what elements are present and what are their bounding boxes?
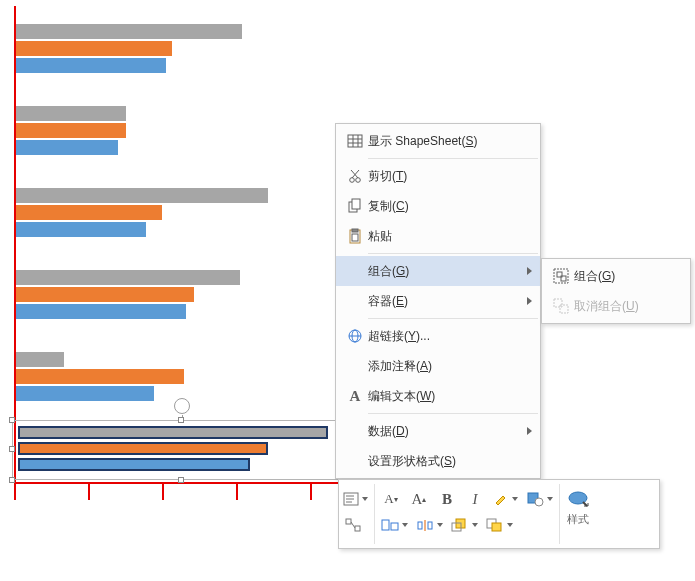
bar[interactable] [16,58,166,73]
font-grow-button[interactable]: A▴ [409,488,429,510]
bar[interactable] [16,222,146,237]
menu-item-label: 复制(C) [368,198,520,215]
svg-line-28 [351,522,355,528]
bar[interactable] [16,369,184,384]
align-button[interactable] [381,514,408,536]
paste-icon [342,226,368,246]
rotate-handle-icon[interactable] [174,398,190,414]
bar-group[interactable] [16,270,240,321]
bar[interactable] [16,287,194,302]
bring-front-button[interactable] [451,514,478,536]
context-menu: 显示 ShapeSheet(S)剪切(T)复制(C)粘贴组合(G)容器(E)超链… [335,123,541,479]
menu-item-label: 剪切(T) [368,168,520,185]
highlight-button[interactable] [493,488,518,510]
italic-button[interactable]: I [465,488,485,510]
bar[interactable] [16,270,240,285]
svg-point-6 [356,178,361,183]
bar[interactable] [16,123,126,138]
format-shape-button[interactable] [566,488,590,510]
bar-group[interactable] [16,352,184,403]
send-back-button[interactable] [486,514,513,536]
submenu-arrow-icon [527,427,532,435]
menu-item[interactable]: 超链接(Y)... [336,321,540,351]
shape-fill-button[interactable] [526,488,553,510]
svg-rect-27 [355,526,360,531]
link-icon [342,326,368,346]
svg-rect-39 [492,523,501,531]
menu-item-label: 显示 ShapeSheet(S) [368,133,520,150]
group-icon [548,266,574,286]
bar[interactable] [16,205,162,220]
resize-handle[interactable] [178,417,184,423]
font-shrink-button[interactable]: A▾ [381,488,401,510]
svg-rect-32 [391,523,398,530]
x-tick [310,482,312,500]
menu-item[interactable]: 添加注释(A) [336,351,540,381]
menu-item[interactable]: 数据(D) [336,416,540,446]
svg-point-5 [350,178,355,183]
bar[interactable] [16,41,172,56]
menu-item[interactable]: 复制(C) [336,191,540,221]
bar-group[interactable] [16,24,242,75]
bar[interactable] [16,386,154,401]
no-icon [342,261,368,281]
selected-bar[interactable] [18,458,250,471]
selected-bar[interactable] [18,426,328,439]
no-icon [342,356,368,376]
mini-toolbar: A▾ A▴ B I 样式 [338,479,660,549]
svg-line-8 [351,170,358,178]
menu-item-label: 数据(D) [368,423,520,440]
bar[interactable] [16,188,268,203]
menu-item[interactable]: 粘贴 [336,221,540,251]
resize-handle[interactable] [9,477,15,483]
bar-group[interactable] [16,106,126,157]
svg-rect-13 [352,234,358,241]
menu-item-label: 添加注释(A) [368,358,520,375]
cut-icon [342,166,368,186]
submenu-arrow-icon [527,297,532,305]
group-submenu: 组合(G)取消组合(U) [541,258,691,324]
ungroup-icon [548,296,574,316]
menu-item[interactable]: 显示 ShapeSheet(S) [336,126,540,156]
bar-group[interactable] [16,188,268,239]
bar[interactable] [16,106,126,121]
svg-rect-12 [352,229,358,232]
separator [368,318,538,319]
menu-item[interactable]: 剪切(T) [336,161,540,191]
menu-item[interactable]: A编辑文本(W) [336,381,540,411]
no-icon [342,451,368,471]
svg-rect-31 [382,520,389,530]
connector-button[interactable] [343,514,363,536]
menu-item: 取消组合(U) [542,291,690,321]
menu-item-label: 取消组合(U) [574,298,670,315]
menu-item-label: 组合(G) [574,268,670,285]
svg-rect-20 [554,299,562,307]
style-picker-button[interactable] [343,488,368,510]
menu-item[interactable]: 容器(E) [336,286,540,316]
bold-button[interactable]: B [437,488,457,510]
menu-item[interactable]: 组合(G) [336,256,540,286]
svg-rect-34 [428,522,432,529]
x-tick [236,482,238,500]
x-tick [88,482,90,500]
selected-bars[interactable] [18,426,346,474]
resize-handle[interactable] [178,477,184,483]
selection-box[interactable] [12,420,352,480]
distribute-button[interactable] [416,514,443,536]
menu-item-label: 容器(E) [368,293,520,310]
bar[interactable] [16,352,64,367]
menu-item[interactable]: 设置形状格式(S) [336,446,540,476]
bar[interactable] [16,304,186,319]
resize-handle[interactable] [9,446,15,452]
separator [368,253,538,254]
bar[interactable] [16,24,242,39]
submenu-arrow-icon [527,267,532,275]
svg-rect-10 [352,199,360,209]
resize-handle[interactable] [9,417,15,423]
svg-rect-26 [346,519,351,524]
menu-item[interactable]: 组合(G) [542,261,690,291]
selected-bar[interactable] [18,442,268,455]
sheet-icon [342,131,368,151]
styles-label: 样式 [566,512,590,527]
bar[interactable] [16,140,118,155]
